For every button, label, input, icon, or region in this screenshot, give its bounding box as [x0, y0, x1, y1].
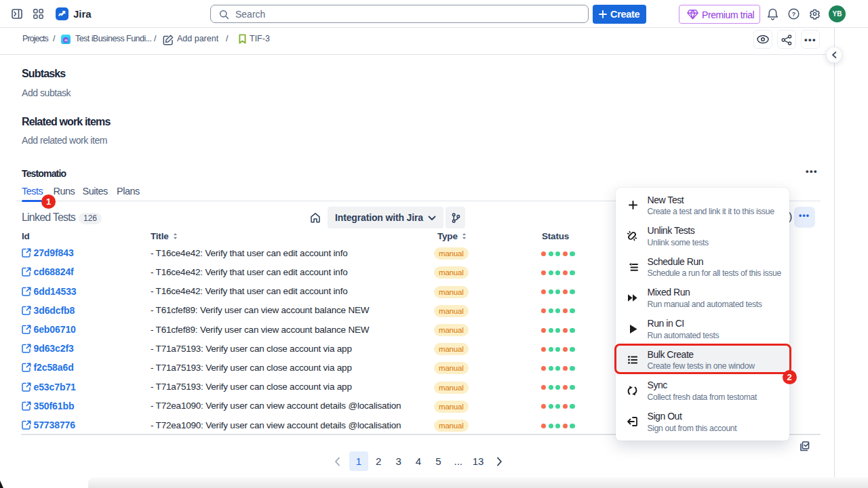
svg-text:?: ?: [792, 10, 796, 18]
